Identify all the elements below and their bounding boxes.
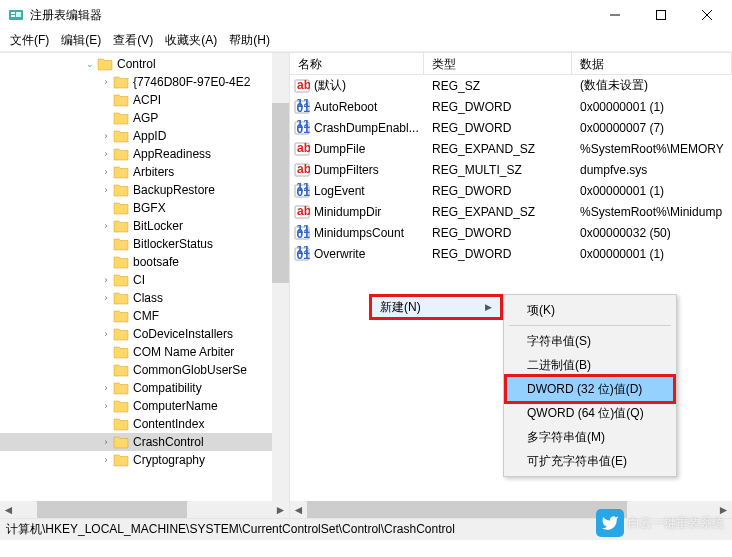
menu-item-label: DWORD (32 位)值(D) — [527, 381, 642, 398]
expand-icon[interactable]: › — [100, 329, 112, 339]
tree-item[interactable]: bootsafe — [0, 253, 289, 271]
scroll-right-icon[interactable]: ► — [272, 501, 289, 518]
folder-icon — [113, 291, 129, 305]
list-row[interactable]: 110011CrashDumpEnabl...REG_DWORD0x000000… — [290, 117, 732, 138]
tree-item[interactable]: ›Compatibility — [0, 379, 289, 397]
status-path: 计算机\HKEY_LOCAL_MACHINE\SYSTEM\CurrentCon… — [6, 521, 455, 538]
tree-horizontal-scrollbar[interactable]: ◄ ► — [0, 501, 289, 518]
menu-edit[interactable]: 编辑(E) — [55, 30, 107, 51]
minimize-button[interactable] — [592, 0, 638, 30]
menu-item[interactable]: 可扩充字符串值(E) — [507, 449, 673, 473]
value-data: 0x00000001 (1) — [572, 247, 732, 261]
menu-help[interactable]: 帮助(H) — [223, 30, 276, 51]
list-row[interactable]: ab(默认)REG_SZ(数值未设置) — [290, 75, 732, 96]
expand-icon[interactable]: › — [100, 455, 112, 465]
column-name[interactable]: 名称 — [290, 53, 424, 74]
folder-icon — [113, 381, 129, 395]
tree-item[interactable]: COM Name Arbiter — [0, 343, 289, 361]
menu-view[interactable]: 查看(V) — [107, 30, 159, 51]
scrollbar-thumb[interactable] — [307, 501, 627, 518]
tree-item[interactable]: ›CrashControl — [0, 433, 289, 451]
list-row[interactable]: 110011LogEventREG_DWORD0x00000001 (1) — [290, 180, 732, 201]
scroll-left-icon[interactable]: ◄ — [0, 501, 17, 518]
svg-text:011: 011 — [297, 185, 311, 199]
tree-item[interactable]: ACPI — [0, 91, 289, 109]
menu-file[interactable]: 文件(F) — [4, 30, 55, 51]
list-row[interactable]: 110011OverwriteREG_DWORD0x00000001 (1) — [290, 243, 732, 264]
tree-item[interactable]: AGP — [0, 109, 289, 127]
expand-icon[interactable]: › — [100, 167, 112, 177]
tree-root[interactable]: ⌄Control — [0, 55, 289, 73]
tree-item[interactable]: ›CI — [0, 271, 289, 289]
maximize-button[interactable] — [638, 0, 684, 30]
folder-icon — [113, 309, 129, 323]
menu-item[interactable]: 字符串值(S) — [507, 329, 673, 353]
list-row[interactable]: abMinidumpDirREG_EXPAND_SZ%SystemRoot%\M… — [290, 201, 732, 222]
menu-item[interactable]: 多字符串值(M) — [507, 425, 673, 449]
svg-text:011: 011 — [297, 248, 311, 262]
context-new-item[interactable]: 新建(N) ▶ — [369, 294, 503, 320]
tree-item[interactable]: ›AppID — [0, 127, 289, 145]
close-button[interactable] — [684, 0, 730, 30]
expand-icon[interactable]: › — [100, 149, 112, 159]
expand-icon[interactable]: › — [100, 293, 112, 303]
tree-item[interactable]: ›{7746D80F-97E0-4E2 — [0, 73, 289, 91]
value-type: REG_DWORD — [424, 100, 572, 114]
expand-icon[interactable]: › — [100, 77, 112, 87]
menu-item-label: 二进制值(B) — [527, 357, 591, 374]
menu-item[interactable]: QWORD (64 位)值(Q) — [507, 401, 673, 425]
tree-item[interactable]: ›Arbiters — [0, 163, 289, 181]
tree-item[interactable]: ›Cryptography — [0, 451, 289, 469]
value-str-icon: ab — [294, 78, 310, 94]
collapse-icon[interactable]: ⌄ — [84, 59, 96, 69]
tree-label: CMF — [133, 309, 159, 323]
list-row[interactable]: 110011MinidumpsCountREG_DWORD0x00000032 … — [290, 222, 732, 243]
scroll-left-icon[interactable]: ◄ — [290, 501, 307, 518]
value-data: 0x00000007 (7) — [572, 121, 732, 135]
column-type[interactable]: 类型 — [424, 53, 572, 74]
tree-item[interactable]: ContentIndex — [0, 415, 289, 433]
tree-item[interactable]: ›Class — [0, 289, 289, 307]
expand-icon[interactable]: › — [100, 131, 112, 141]
expand-icon[interactable]: › — [100, 221, 112, 231]
list-row[interactable]: abDumpFileREG_EXPAND_SZ%SystemRoot%\MEMO… — [290, 138, 732, 159]
menu-item-label: 可扩充字符串值(E) — [527, 453, 627, 470]
folder-icon — [113, 399, 129, 413]
menu-favorites[interactable]: 收藏夹(A) — [159, 30, 223, 51]
tree-item[interactable]: ›AppReadiness — [0, 145, 289, 163]
svg-text:ab: ab — [297, 141, 310, 155]
tree-label: BackupRestore — [133, 183, 215, 197]
tree-item[interactable]: CommonGlobUserSe — [0, 361, 289, 379]
tree-item[interactable]: ›BackupRestore — [0, 181, 289, 199]
tree-item[interactable]: BGFX — [0, 199, 289, 217]
tree-pane: ⌄Control›{7746D80F-97E0-4E2ACPIAGP›AppID… — [0, 53, 290, 518]
expand-icon[interactable]: › — [100, 275, 112, 285]
tree-item[interactable]: ›CoDeviceInstallers — [0, 325, 289, 343]
value-bin-icon: 110011 — [294, 120, 310, 136]
menu-item-dword[interactable]: DWORD (32 位)值(D) — [507, 377, 673, 401]
scrollbar-thumb[interactable] — [37, 501, 187, 518]
folder-icon — [113, 219, 129, 233]
list-row[interactable]: 110011AutoRebootREG_DWORD0x00000001 (1) — [290, 96, 732, 117]
column-data[interactable]: 数据 — [572, 53, 732, 74]
value-type: REG_DWORD — [424, 121, 572, 135]
scrollbar-thumb[interactable] — [272, 103, 289, 283]
value-type: REG_DWORD — [424, 226, 572, 240]
tree-vertical-scrollbar[interactable] — [272, 53, 289, 501]
expand-icon[interactable]: › — [100, 401, 112, 411]
tree-item[interactable]: ›ComputerName — [0, 397, 289, 415]
value-name: DumpFile — [314, 142, 365, 156]
value-bin-icon: 110011 — [294, 183, 310, 199]
expand-icon[interactable]: › — [100, 383, 112, 393]
list-row[interactable]: abDumpFiltersREG_MULTI_SZdumpfve.sys — [290, 159, 732, 180]
expand-icon[interactable]: › — [100, 185, 112, 195]
tree-item[interactable]: CMF — [0, 307, 289, 325]
svg-text:ab: ab — [297, 78, 310, 92]
menu-item[interactable]: 项(K) — [507, 298, 673, 322]
tree-item[interactable]: BitlockerStatus — [0, 235, 289, 253]
watermark-text: 白云一键重装系统 — [628, 515, 724, 532]
app-icon — [8, 7, 24, 23]
value-str-icon: ab — [294, 204, 310, 220]
expand-icon[interactable]: › — [100, 437, 112, 447]
tree-item[interactable]: ›BitLocker — [0, 217, 289, 235]
